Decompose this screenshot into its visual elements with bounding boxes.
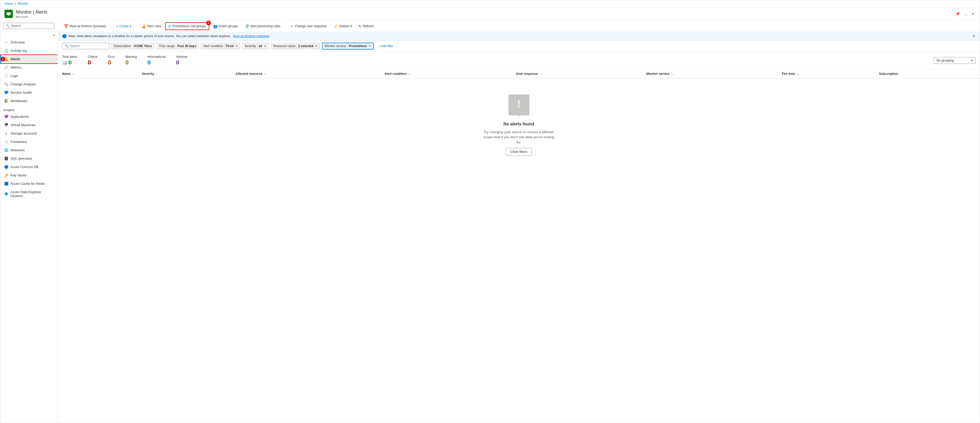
column-name[interactable]: Name ↑↓ <box>58 70 138 79</box>
critical-value: 0 <box>88 59 97 66</box>
sidebar-item-virtual-machines[interactable]: 🖥️ Virtual Machines <box>0 121 57 129</box>
sidebar-item-storage-accounts[interactable]: ≡ Storage accounts <box>0 129 57 138</box>
resource-name-close-icon[interactable]: ✕ <box>315 44 318 48</box>
banner-link[interactable]: View as timeline (preview) <box>233 34 269 38</box>
refresh-button[interactable]: ↻ Refresh <box>356 22 377 30</box>
verbose-label: Verbose <box>176 55 188 59</box>
sidebar-item-sql-preview[interactable]: 🗄️ SQL (preview) <box>0 154 57 163</box>
severity-close-icon[interactable]: ✕ <box>264 44 266 48</box>
header-title-group: Monitor | Alerts Microsoft <box>16 10 48 18</box>
sidebar-item-logs[interactable]: 📄 Logs <box>0 72 57 80</box>
breadcrumb-home[interactable]: Home <box>5 2 13 5</box>
time-range-filter-chip[interactable]: Time range : Past 30 days <box>156 43 199 49</box>
sidebar-search-box[interactable]: 🔍 Search <box>3 23 54 29</box>
sidebar-item-change-analysis[interactable]: 🔍 Change Analysis <box>0 80 57 89</box>
column-subscription[interactable]: Subscription <box>875 70 980 79</box>
column-user-response[interactable]: User response ↑↓ <box>512 70 642 79</box>
banner-close-button[interactable]: ✕ <box>972 34 975 38</box>
alert-processing-button[interactable]: 🛡️ Alert processing rules <box>242 22 283 30</box>
sidebar-item-overview[interactable]: ○ Overview <box>0 38 57 47</box>
critical-count: Critical 0 <box>88 55 97 66</box>
monitor-service-filter-chip[interactable]: Monitor service : Prometheus ✕ <box>322 43 374 49</box>
sort-affected-resource-icon[interactable]: ↑↓ <box>264 73 266 75</box>
column-alert-condition[interactable]: Alert condition ↑↓ <box>380 70 512 79</box>
sort-name-icon[interactable]: ↑↓ <box>72 73 75 75</box>
resource-name-filter-chip[interactable]: Resource name : 2 selected ✕ <box>271 43 320 49</box>
sidebar-item-containers[interactable]: ⬡ Containers <box>0 138 57 146</box>
clear-filters-button[interactable]: Clear filters <box>506 148 532 155</box>
key-vaults-icon: 🔑 <box>4 173 8 177</box>
column-affected-resource[interactable]: Affected resource ↑↓ <box>231 70 380 79</box>
actions-button[interactable]: ⚡ Actions ▾ <box>331 22 355 30</box>
column-monitor-service[interactable]: Monitor service ↑↓ <box>642 70 778 79</box>
action-groups-button[interactable]: 👥 Action groups <box>210 22 241 30</box>
search-input[interactable] <box>70 44 101 48</box>
sidebar-item-cosmos-db[interactable]: 🔵 Azure Cosmos DB <box>0 163 57 171</box>
content-area: 📅 View as timeline (preview) + Create ▾ … <box>58 21 980 423</box>
sidebar: 🔍 Search « ○ Overview 📋 Activity log 🔔 <box>0 21 58 423</box>
prometheus-rules-button[interactable]: ⟳ Prometheus rule groups 2 <box>165 22 209 30</box>
more-button[interactable]: ... <box>963 11 968 17</box>
monitor-service-close-icon[interactable]: ✕ <box>369 44 371 48</box>
sort-severity-icon[interactable]: ↑↓ <box>156 73 158 75</box>
sort-fire-time-icon[interactable]: ↑↓ <box>796 73 799 75</box>
alert-rules-icon: 🔔 <box>142 24 146 28</box>
view-timeline-button[interactable]: 📅 View as timeline (preview) <box>61 22 109 30</box>
add-filter-button[interactable]: + Add filter <box>376 43 396 49</box>
sidebar-item-label: Activity log <box>11 49 27 52</box>
severity-value: all <box>259 44 262 48</box>
search-icon-filter: 🔍 <box>64 44 68 48</box>
verbose-value: 0 <box>176 59 188 66</box>
prometheus-icon: ⟳ <box>168 24 171 28</box>
sidebar-item-label: SQL (preview) <box>11 157 32 160</box>
critical-label: Critical <box>88 55 97 59</box>
sort-user-response-icon[interactable]: ↑↓ <box>539 73 542 75</box>
total-alerts-label: Total alerts <box>62 55 77 59</box>
lightning-icon: ⚡ <box>334 24 338 28</box>
sql-icon: 🗄️ <box>4 157 8 161</box>
time-range-value: Past 30 days <box>177 44 196 48</box>
change-analysis-icon: 🔍 <box>4 82 8 86</box>
sidebar-item-alerts[interactable]: 🔔 Alerts 1 <box>0 55 57 63</box>
search-filter-box[interactable]: 🔍 <box>62 43 109 49</box>
sidebar-item-azure-cache-redis[interactable]: 🟦 Azure Cache for Redis <box>0 179 57 188</box>
sidebar-item-applications[interactable]: 💜 Applications <box>0 112 57 121</box>
column-fire-time[interactable]: Fire time ↑↓ <box>778 70 875 79</box>
sidebar-item-service-health[interactable]: 💙 Service health <box>0 89 57 97</box>
sort-alert-condition-icon[interactable]: ↑↓ <box>408 73 411 75</box>
redis-icon: 🟦 <box>4 182 8 186</box>
sort-monitor-service-icon[interactable]: ↑↓ <box>671 73 673 75</box>
grouping-dropdown[interactable]: No grouping ▾ <box>934 57 975 64</box>
sidebar-item-metrics[interactable]: 📈 Metrics <box>0 63 57 72</box>
virtual-machines-icon: 🖥️ <box>4 123 8 127</box>
alert-condition-close-icon[interactable]: ✕ <box>235 44 238 48</box>
pin-button[interactable]: 📌 <box>955 11 961 17</box>
toolbar-separator-1 <box>111 24 111 29</box>
alert-condition-filter-chip[interactable]: Alert condition : Fired ✕ <box>200 43 240 49</box>
resource-name-label: Resource name : <box>273 44 297 48</box>
refresh-icon: ↻ <box>359 24 362 28</box>
info-banner: 🔵 New: View alerts visualized on a timel… <box>58 32 980 41</box>
sidebar-item-azure-data-explorer[interactable]: 🔷 Azure Data Explorer Clusters <box>0 188 57 200</box>
activity-log-icon: 📋 <box>4 49 8 53</box>
sidebar-item-networks[interactable]: 🌐 Networks <box>0 146 57 154</box>
column-severity[interactable]: Severity ↑↓ <box>138 70 231 79</box>
sidebar-collapse-button[interactable]: « <box>53 32 56 37</box>
sidebar-item-activity-log[interactable]: 📋 Activity log <box>0 47 57 55</box>
monitor-service-value: Prometheus <box>349 44 367 48</box>
alert-rules-button[interactable]: 🔔 Alert rules <box>138 22 164 30</box>
sidebar-search-container: 🔍 Search <box>0 21 57 32</box>
change-user-response-button[interactable]: ✓ Change user response <box>288 22 329 30</box>
severity-filter-chip[interactable]: Severity : all ✕ <box>242 43 269 49</box>
sidebar-item-key-vaults[interactable]: 🔑 Key Vaults <box>0 171 57 179</box>
resource-name-value: 2 selected <box>298 44 313 48</box>
sidebar-item-label: Key Vaults <box>11 173 27 177</box>
toolbar-separator-3 <box>285 24 286 29</box>
create-button[interactable]: + Create ▾ <box>113 22 134 30</box>
sidebar-item-workbooks[interactable]: 📗 Workbooks <box>0 97 57 105</box>
sidebar-item-label: Storage accounts <box>11 131 37 135</box>
subscription-filter-chip[interactable]: Subscription : ACME Telco <box>111 43 154 49</box>
prometheus-badge: 2 <box>206 21 211 25</box>
breadcrumb: Home > Monitor <box>0 0 980 7</box>
close-button[interactable]: ✕ <box>970 11 975 17</box>
